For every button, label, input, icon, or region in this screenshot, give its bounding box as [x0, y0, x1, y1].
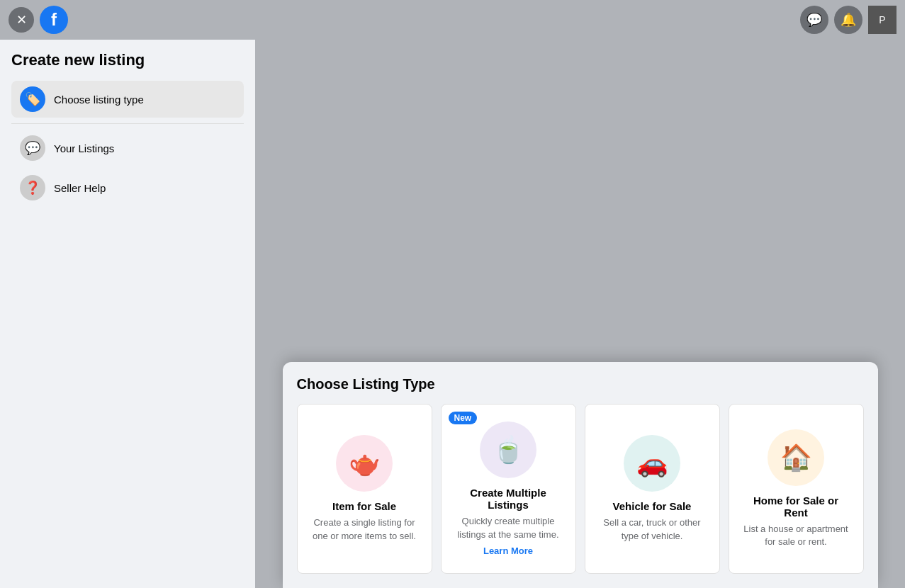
modal-title: Choose Listing Type — [297, 376, 864, 392]
sidebar-item-your-listings[interactable]: 💬 Your Listings — [11, 130, 244, 166]
your-listings-label: Your Listings — [54, 142, 114, 154]
top-bar-left: ✕ f — [9, 6, 68, 34]
close-button[interactable]: ✕ — [9, 7, 34, 33]
new-badge: New — [449, 412, 478, 424]
item-for-sale-card[interactable]: 🫖 Item for Sale Create a single listing … — [297, 404, 432, 574]
home-for-sale-desc: List a house or apartment for sale or re… — [741, 523, 852, 548]
your-listings-icon: 💬 — [20, 135, 45, 161]
home-for-sale-title: Home for Sale or Rent — [741, 494, 852, 519]
main-content: Choose Listing Type 🫖 Item for Sale Crea… — [255, 40, 905, 588]
messenger-icon: 💬 — [806, 12, 822, 28]
vehicle-for-sale-card[interactable]: 🚗 Vehicle for Sale Sell a car, truck or … — [585, 404, 720, 574]
choose-listing-modal: Choose Listing Type 🫖 Item for Sale Crea… — [283, 362, 878, 588]
sidebar: Create new listing 🏷️ Choose listing typ… — [0, 40, 255, 588]
home-for-sale-icon: 🏠 — [768, 429, 824, 486]
avatar: P — [868, 6, 896, 34]
seller-help-icon: ❓ — [20, 175, 45, 200]
vehicle-for-sale-desc: Sell a car, truck or other type of vehic… — [597, 516, 708, 542]
user-initial: P — [879, 14, 885, 26]
item-for-sale-desc: Create a single listing for one or more … — [309, 516, 420, 542]
item-for-sale-title: Item for Sale — [332, 500, 396, 512]
sidebar-item-seller-help[interactable]: ❓ Seller Help — [11, 169, 244, 206]
create-multiple-title: Create Multiple Listings — [453, 487, 564, 511]
choose-listing-type-icon: 🏷️ — [20, 86, 45, 112]
choose-listing-type-label: Choose listing type — [54, 94, 144, 106]
sidebar-title: Create new listing — [11, 51, 244, 69]
vehicle-for-sale-title: Vehicle for Sale — [613, 500, 692, 512]
listing-cards: 🫖 Item for Sale Create a single listing … — [297, 404, 864, 574]
modal-overlay: Choose Listing Type 🫖 Item for Sale Crea… — [255, 40, 905, 588]
home-for-sale-card[interactable]: 🏠 Home for Sale or Rent List a house or … — [729, 404, 864, 574]
create-multiple-icon: 🍵 — [480, 422, 536, 478]
create-multiple-desc: Quickly create multiple listings at the … — [453, 515, 564, 541]
seller-help-label: Seller Help — [54, 182, 106, 194]
notifications-button[interactable]: 🔔 — [834, 6, 862, 34]
top-bar-right: 💬 🔔 P — [800, 6, 896, 34]
facebook-logo: f — [40, 6, 68, 34]
top-bar: ✕ f 💬 🔔 P — [0, 0, 905, 40]
learn-more-link[interactable]: Learn More — [483, 545, 533, 556]
item-for-sale-icon: 🫖 — [336, 435, 393, 492]
vehicle-for-sale-icon: 🚗 — [624, 435, 680, 492]
messenger-button[interactable]: 💬 — [800, 6, 828, 34]
sidebar-item-choose-listing-type[interactable]: 🏷️ Choose listing type — [11, 81, 244, 118]
sidebar-divider — [11, 123, 244, 124]
create-multiple-listings-card[interactable]: New 🍵 Create Multiple Listings Quickly c… — [441, 404, 576, 574]
bell-icon: 🔔 — [841, 12, 856, 28]
close-icon: ✕ — [16, 12, 27, 28]
